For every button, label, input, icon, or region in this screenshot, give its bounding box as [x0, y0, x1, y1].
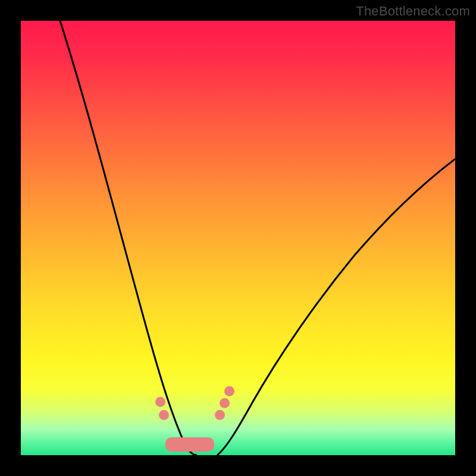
highlight-dot — [155, 397, 165, 407]
highlight-bar — [165, 437, 214, 452]
watermark-text: TheBottleneck.com — [356, 4, 470, 19]
curve-layer — [21, 21, 455, 455]
chart-frame: TheBottleneck.com — [0, 0, 476, 476]
left-curve — [60, 21, 197, 455]
right-curve — [217, 159, 455, 455]
plot-area — [21, 21, 455, 455]
highlight-dot — [215, 410, 225, 420]
highlight-dot — [220, 398, 230, 408]
highlight-dot — [159, 410, 169, 420]
highlight-dot — [224, 386, 234, 396]
